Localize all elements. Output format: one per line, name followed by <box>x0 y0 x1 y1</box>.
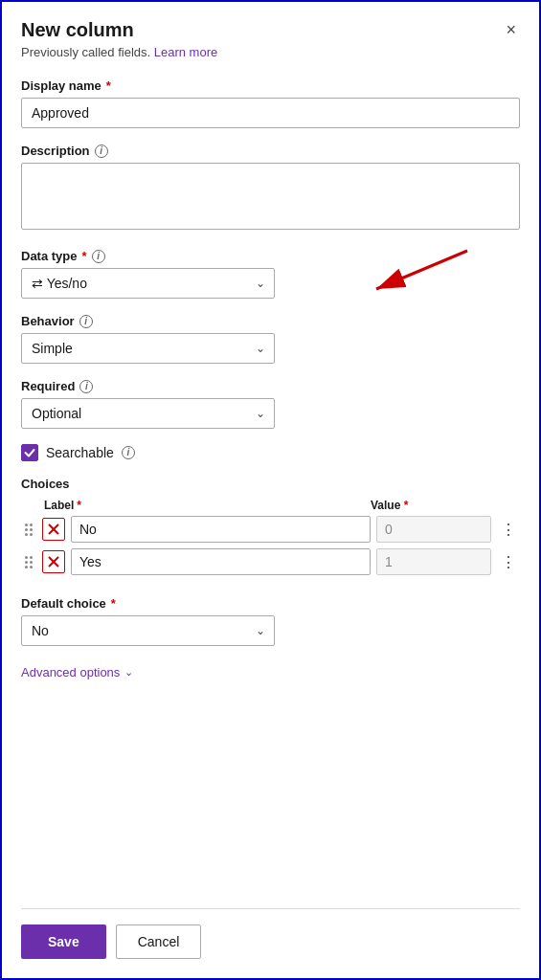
data-type-select-wrapper: ⇄ Yes/no ⌄ <box>21 268 275 299</box>
searchable-label: Searchable <box>46 445 114 460</box>
description-field: Description i <box>21 144 520 234</box>
searchable-info-icon[interactable]: i <box>122 446 135 459</box>
choices-columns-header: Label * Value * <box>21 499 520 516</box>
save-button[interactable]: Save <box>21 924 106 959</box>
advanced-options-chevron-icon: ⌄ <box>124 666 133 679</box>
data-type-select[interactable]: ⇄ Yes/no <box>21 268 275 299</box>
required-star-2: * <box>82 249 87 263</box>
more-options-yes-button[interactable]: ⋮ <box>497 551 520 573</box>
behavior-select[interactable]: Simple <box>21 333 275 364</box>
behavior-select-wrapper: Simple ⌄ <box>21 333 275 364</box>
choice-value-input-yes <box>376 548 491 575</box>
value-required-star: * <box>404 499 409 512</box>
default-choice-required-star: * <box>111 596 116 611</box>
required-star: * <box>106 78 111 93</box>
choices-section: Choices Label * Value * <box>21 477 520 581</box>
cancel-button[interactable]: Cancel <box>116 924 202 959</box>
learn-more-link[interactable]: Learn more <box>154 45 217 59</box>
label-required-star: * <box>77 499 81 512</box>
choice-label-input-no[interactable] <box>71 516 371 543</box>
drag-handle-no[interactable] <box>21 523 36 536</box>
modal-subtitle: Previously called fields. Learn more <box>21 45 520 59</box>
required-field-group: Required i Optional Required ⌄ <box>21 379 520 429</box>
description-input[interactable] <box>21 163 520 230</box>
choice-row-no: ⋮ <box>21 516 520 543</box>
close-button[interactable]: × <box>502 19 520 40</box>
required-info-icon[interactable]: i <box>79 380 93 393</box>
color-swatch-no[interactable] <box>42 518 65 541</box>
data-type-label: Data type * i <box>21 249 520 263</box>
data-type-field: Data type * i ⇄ Yes/no ⌄ <box>21 249 520 299</box>
default-choice-select[interactable]: No Yes <box>21 615 275 646</box>
modal-title: New column <box>21 19 134 41</box>
choice-label-input-yes[interactable] <box>71 548 371 575</box>
display-name-input[interactable] <box>21 98 520 128</box>
default-choice-select-wrapper: No Yes ⌄ <box>21 615 275 646</box>
behavior-label: Behavior i <box>21 314 520 328</box>
color-swatch-yes[interactable] <box>42 550 65 573</box>
advanced-options-button[interactable]: Advanced options ⌄ <box>21 665 520 679</box>
choice-row-yes: ⋮ <box>21 548 520 575</box>
required-select-wrapper: Optional Required ⌄ <box>21 398 275 429</box>
description-info-icon[interactable]: i <box>95 145 108 158</box>
description-label: Description i <box>21 144 520 158</box>
col-label-header: Label * <box>44 499 363 512</box>
choice-value-input-no <box>376 516 491 543</box>
default-choice-section: Default choice * No Yes ⌄ <box>21 596 520 646</box>
new-column-modal: New column × Previously called fields. L… <box>0 0 541 980</box>
searchable-checkbox[interactable] <box>21 444 38 461</box>
col-value-header: Value * <box>371 499 485 512</box>
data-type-info-icon[interactable]: i <box>92 250 105 263</box>
drag-handle-yes[interactable] <box>21 556 36 568</box>
more-options-no-button[interactable]: ⋮ <box>497 519 520 541</box>
behavior-field: Behavior i Simple ⌄ <box>21 314 520 364</box>
searchable-row: Searchable i <box>21 444 520 461</box>
choices-header: Choices <box>21 477 520 491</box>
display-name-field: Display name * <box>21 78 520 128</box>
behavior-info-icon[interactable]: i <box>79 315 93 328</box>
display-name-label: Display name * <box>21 78 520 93</box>
required-label: Required i <box>21 379 520 393</box>
modal-footer: Save Cancel <box>21 908 520 959</box>
required-select[interactable]: Optional Required <box>21 398 275 429</box>
modal-header: New column × <box>21 19 520 41</box>
default-choice-label: Default choice * <box>21 596 520 611</box>
